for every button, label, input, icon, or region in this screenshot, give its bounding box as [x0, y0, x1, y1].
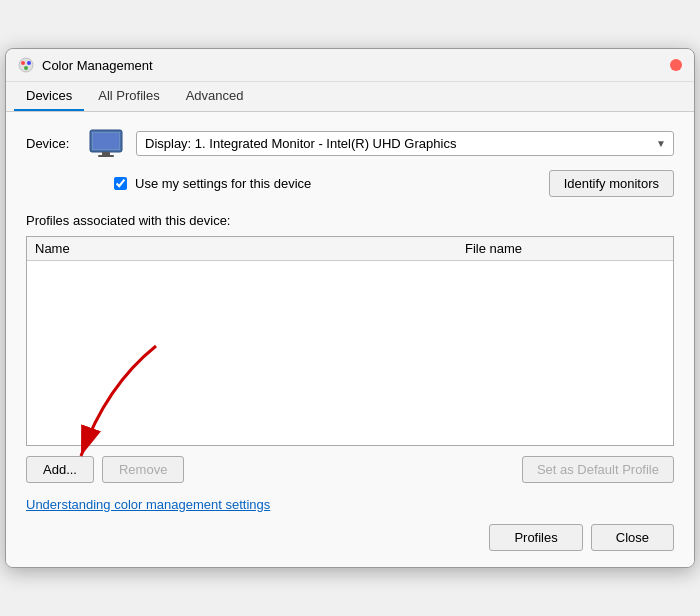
tab-advanced[interactable]: Advanced: [174, 82, 256, 111]
svg-point-1: [21, 61, 25, 65]
profiles-table: Name File name: [26, 236, 674, 446]
window-close-btn[interactable]: [670, 59, 682, 71]
col-header-name: Name: [35, 241, 465, 256]
svg-point-3: [24, 66, 28, 70]
link-row: Understanding color management settings: [26, 497, 674, 512]
svg-point-2: [27, 61, 31, 65]
svg-rect-8: [93, 133, 119, 149]
svg-rect-7: [98, 155, 114, 157]
add-button[interactable]: Add...: [26, 456, 94, 483]
table-header: Name File name: [27, 237, 673, 261]
color-management-link[interactable]: Understanding color management settings: [26, 497, 270, 512]
device-select-wrapper: Display: 1. Integrated Monitor - Intel(R…: [136, 131, 674, 156]
button-row: Add... Remove Set as Default Profile: [26, 456, 674, 483]
window-controls: [670, 59, 682, 71]
window-title: Color Management: [42, 58, 153, 73]
set-default-profile-button[interactable]: Set as Default Profile: [522, 456, 674, 483]
monitor-icon: [88, 128, 124, 158]
device-select[interactable]: Display: 1. Integrated Monitor - Intel(R…: [136, 131, 674, 156]
use-settings-checkbox[interactable]: [114, 177, 127, 190]
use-settings-label: Use my settings for this device: [135, 176, 311, 191]
table-body: [27, 261, 673, 442]
close-button[interactable]: Close: [591, 524, 674, 551]
profiles-button[interactable]: Profiles: [489, 524, 582, 551]
tab-all-profiles[interactable]: All Profiles: [86, 82, 171, 111]
button-row-wrapper: Add... Remove Set as Default Profile: [26, 456, 674, 483]
remove-button[interactable]: Remove: [102, 456, 184, 483]
color-management-window: Color Management Devices All Profiles Ad…: [5, 48, 695, 568]
svg-rect-6: [102, 152, 110, 155]
identify-monitors-button[interactable]: Identify monitors: [549, 170, 674, 197]
title-bar-left: Color Management: [18, 57, 153, 73]
app-icon: [18, 57, 34, 73]
content-area: Device: Display: 1. Integrated Monitor -…: [6, 112, 694, 567]
profiles-associated-label: Profiles associated with this device:: [26, 213, 674, 228]
tab-bar: Devices All Profiles Advanced: [6, 82, 694, 112]
bottom-row: Profiles Close: [26, 524, 674, 551]
bottom-buttons: Profiles Close: [489, 524, 674, 551]
tab-devices[interactable]: Devices: [14, 82, 84, 111]
title-bar: Color Management: [6, 49, 694, 82]
device-row: Device: Display: 1. Integrated Monitor -…: [26, 128, 674, 158]
col-header-filename: File name: [465, 241, 665, 256]
device-label: Device:: [26, 136, 76, 151]
